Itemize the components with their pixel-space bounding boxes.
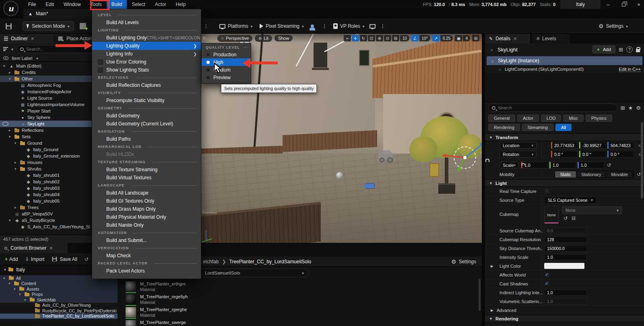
build-menu-item[interactable]: Build HLODs: [92, 150, 201, 158]
settings-dropdown[interactable]: ⚙ Settings▾: [599, 21, 628, 31]
pixel-streaming-dropdown[interactable]: Pixel Streaming▾: [260, 21, 304, 31]
details-search[interactable]: [488, 104, 617, 112]
build-menu-item[interactable]: PACKED LEVEL ACTOR: [92, 260, 201, 267]
lit-dropdown[interactable]: ◍Lit: [255, 35, 272, 42]
unreal-logo-icon[interactable]: u: [3, 1, 19, 16]
build-menu-item[interactable]: Show Lighting Stats: [92, 66, 201, 74]
build-menu-item[interactable]: Build Grass Maps Only: [92, 205, 201, 213]
restore-button[interactable]: [621, 2, 626, 8]
menubar-item[interactable]: Help: [171, 0, 191, 9]
build-menu-item[interactable]: Use Error Coloring: [92, 58, 201, 66]
close-icon[interactable]: ✕: [31, 36, 34, 41]
camera-actor[interactable]: [366, 183, 375, 189]
expand-arrow-icon[interactable]: ▸: [9, 128, 12, 132]
selection-mode-dropdown[interactable]: Selection Mode▾: [23, 21, 74, 31]
asset-item[interactable]: M_TreePlanter_rege5yhMaterial: [126, 294, 482, 305]
blueprint-icon[interactable]: ⊞: [619, 47, 623, 53]
asset-item[interactable]: M_TreePlanter_swergeMaterial: [126, 320, 482, 326]
settings-icon[interactable]: ⚙: [636, 105, 641, 111]
scale-snap-value[interactable]: 0.25: [440, 35, 453, 41]
tab-levels[interactable]: ≡ Levels: [533, 34, 570, 43]
select-tool[interactable]: ➢: [344, 35, 351, 41]
virtual-camera-options[interactable]: ⋮: [380, 21, 386, 31]
expand-arrow-icon[interactable]: ▾: [9, 77, 12, 81]
advanced-row[interactable]: ▶Advanced: [485, 306, 644, 315]
quality-option[interactable]: Production: [202, 51, 251, 58]
maximize-viewport-button[interactable]: ⊞: [472, 35, 479, 41]
property-input[interactable]: 1.0: [544, 289, 587, 296]
property-input[interactable]: 1.0: [544, 298, 587, 305]
build-menu-item[interactable]: NAVIGATION: [92, 128, 201, 135]
move-tool[interactable]: ✛: [352, 35, 359, 41]
build-menu-item[interactable]: HIERARCHICAL LOD: [92, 143, 201, 150]
edit-in-cpp-link[interactable]: Edit in C++: [619, 67, 641, 72]
build-menu-item[interactable]: Build GI Textures Only: [92, 197, 201, 205]
value-z[interactable]: 0.0 °: [607, 151, 634, 158]
build-menu-item[interactable]: Build Nanite Only: [92, 221, 201, 229]
property-dropdown[interactable]: SLS Captured Scene▾: [544, 197, 597, 204]
expand-arrow-icon[interactable]: ▸: [14, 205, 18, 209]
value-z[interactable]: 1.0: [578, 162, 605, 168]
build-menu-item[interactable]: LIGHTING: [92, 27, 201, 34]
filter-chip[interactable]: General: [488, 115, 515, 122]
build-menu-item[interactable]: Build Geometry (Current Level): [92, 120, 201, 128]
axis-dropdown[interactable]: Location▾: [500, 142, 537, 149]
build-menu-item[interactable]: Build All Levels: [92, 18, 201, 27]
help-icon[interactable]: ?: [626, 46, 633, 53]
cb-tree-row[interactable]: ▾ Sketchfab: [0, 297, 118, 303]
cb-tree-row[interactable]: ▾ Content: [0, 281, 118, 287]
rotation-snap-toggle[interactable]: ∠: [411, 35, 419, 41]
camera-speed-icon[interactable]: ▣: [455, 35, 462, 41]
menubar-item[interactable]: Window: [59, 0, 86, 9]
property-input[interactable]: 128: [544, 236, 587, 243]
add-actor-button[interactable]: [80, 21, 86, 31]
filter-chip[interactable]: Misc: [563, 115, 584, 122]
cb-tree-row[interactable]: ▾ Assets: [0, 286, 118, 292]
property-input[interactable]: 1.0: [544, 254, 587, 260]
close-icon[interactable]: ✕: [49, 246, 53, 251]
visibility-column-icon[interactable]: [3, 56, 8, 60]
build-menu-item[interactable]: Build All Landscape: [92, 189, 201, 197]
build-menu-item[interactable]: TEXTURE STREAMING: [92, 158, 201, 166]
history-back-button[interactable]: ↺: [85, 256, 89, 262]
menubar-item[interactable]: File: [23, 0, 41, 9]
axis-dropdown[interactable]: Scale▾: [500, 162, 519, 168]
asset-item[interactable]: M_TreePlanter_erthgreMaterial: [126, 281, 482, 292]
close-icon[interactable]: ✕: [513, 36, 517, 41]
build-menu-item[interactable]: Build Geometry: [92, 112, 201, 120]
details-search-input[interactable]: [498, 105, 614, 110]
import-button[interactable]: ⇩Import: [25, 256, 44, 262]
build-menu-item[interactable]: Build Virtual Textures: [92, 174, 201, 182]
rendering-section-header[interactable]: ▼Rendering: [485, 315, 644, 322]
camera-speed-value[interactable]: 4: [463, 35, 470, 41]
scale-snap-toggle[interactable]: ↗: [432, 35, 440, 41]
checkbox[interactable]: [98, 68, 103, 73]
build-menu-item[interactable]: Lighting Quality ❯: [92, 42, 201, 50]
filter-chip[interactable]: Rendering: [488, 124, 520, 131]
mobility-option[interactable]: Stationary: [576, 171, 607, 178]
add-button[interactable]: +Add: [5, 256, 18, 262]
grid-snap-toggle[interactable]: ⊞: [392, 35, 399, 41]
asset-view-scrollbar[interactable]: [479, 279, 481, 311]
cb-settings-button[interactable]: ⚙ Settings: [451, 258, 476, 265]
world-space-toggle[interactable]: ⊕: [376, 35, 383, 41]
tab-details[interactable]: ✎ Details✕: [485, 34, 530, 43]
tab-outliner[interactable]: Outliner✕: [0, 34, 53, 43]
browse-to-asset-icon[interactable]: ⊟: [572, 215, 576, 221]
value-y[interactable]: 0.0 °: [579, 151, 606, 158]
component-row-lightcomponent[interactable]: LightComponent (SkyLightComponent0) Edit…: [485, 65, 644, 73]
display-filter-icon[interactable]: ⊞: [621, 105, 625, 111]
menubar-item[interactable]: Actor: [150, 0, 171, 9]
expand-arrow-icon[interactable]: ▾: [14, 287, 17, 291]
build-menu-item[interactable]: Pack Level Actors: [92, 267, 201, 275]
value-x[interactable]: 0.0 °: [551, 151, 578, 158]
surface-snap-toggle[interactable]: ⊙: [384, 35, 391, 41]
value-y[interactable]: -30.99527: [579, 142, 606, 149]
cb-tree-row[interactable]: RustyBicycle_CC_by_PiotrPjotDyderski: [0, 308, 118, 314]
expand-arrow-icon[interactable]: ▾: [14, 141, 18, 145]
pivot-sphere-widget[interactable]: [336, 172, 343, 179]
viewport-options-icon[interactable]: ≡: [202, 35, 205, 41]
breadcrumb[interactable]: etchfab ❯ TreePlanter_CC_by_LordSamueliS…: [203, 259, 311, 264]
value-x[interactable]: 1.0: [521, 162, 548, 168]
filter-chip[interactable]: Physics: [586, 115, 612, 122]
